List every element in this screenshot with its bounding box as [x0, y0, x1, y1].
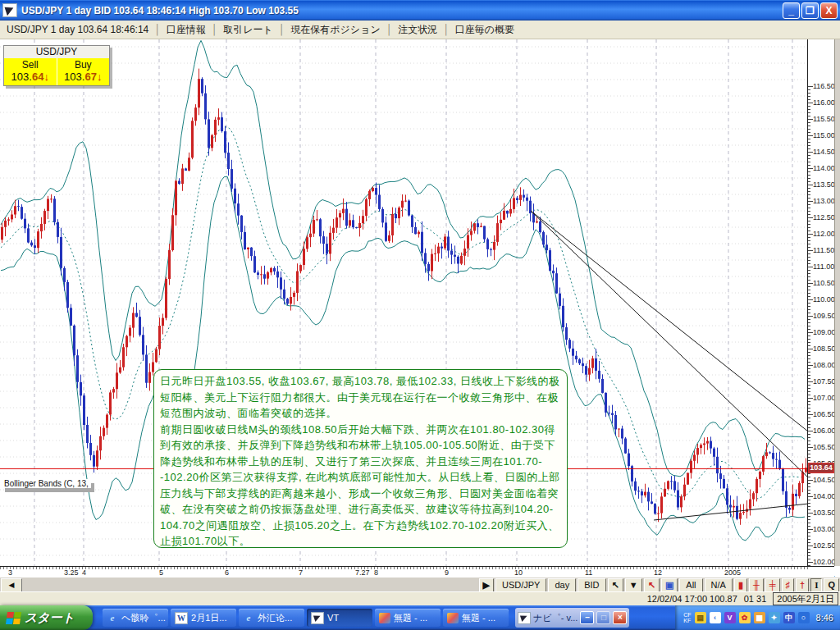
zoom-tool-button[interactable]: ↖ — [644, 578, 660, 592]
crosshair-tool-button[interactable]: I — [810, 578, 822, 592]
navi-close-button[interactable]: × — [613, 611, 627, 624]
price-axis-tick — [808, 401, 810, 402]
range-all-button[interactable]: All — [679, 578, 702, 592]
price-axis-tick — [808, 444, 810, 445]
price-axis-tick — [808, 490, 810, 491]
price-axis-tick — [808, 211, 810, 212]
bar-type-button[interactable]: ╫ — [749, 578, 764, 592]
price-axis-tick — [808, 539, 810, 540]
navi-mini-window[interactable]: ナビ゜- v... – □ × — [515, 608, 629, 628]
price-axis-tick — [808, 290, 810, 290]
task-button-1[interactable]: W2月1日... — [171, 609, 236, 627]
price-axis-tick — [808, 286, 810, 287]
ime-language-icon[interactable]: 中 — [783, 612, 795, 623]
scroll-forward-button[interactable]: ▶ — [479, 578, 494, 592]
note-icon[interactable]: ▤ — [695, 612, 706, 623]
price-side-button[interactable]: BID — [578, 578, 605, 592]
time-axis-label: 2005 — [724, 568, 741, 577]
indicator-label[interactable]: Bollinger Bands (C, 13, — [2, 479, 91, 488]
menu-item-4[interactable]: 口座毎の概要 — [454, 23, 516, 36]
price-axis-tick — [808, 247, 810, 248]
price-axis-label: 105.50 — [813, 443, 836, 451]
app-icon — [379, 613, 390, 623]
price-axis-tick — [808, 283, 813, 284]
price-axis-tick — [808, 414, 813, 415]
price-axis-tick — [808, 267, 813, 267]
task-button-0[interactable]: eヘ骸聆゜... — [103, 609, 168, 627]
price-axis-label: 106.50 — [813, 410, 836, 418]
price-axis-tick — [808, 441, 810, 441]
menu-item-2[interactable]: 現在保有ポジション — [289, 23, 381, 36]
price-axis-tick — [808, 345, 810, 346]
price-axis-tick — [808, 513, 813, 514]
price-axis-label: 113.00 — [813, 197, 835, 205]
price-axis-label: 114.00 — [813, 164, 835, 172]
task-button-3[interactable]: VT — [307, 609, 372, 627]
title-bar: USD/JPY 1 day BID 103.64 18:46:14 High 1… — [0, 0, 840, 21]
maximize-button[interactable]: ❐ — [801, 2, 819, 19]
hlc-type-button[interactable]: ╪ — [765, 578, 780, 592]
update-icon[interactable]: ▦ — [754, 612, 765, 623]
cursor-dropdown-button[interactable]: ▼ — [625, 578, 642, 592]
price-axis-tick — [808, 293, 810, 294]
mark-type-button[interactable]: † — [796, 578, 809, 592]
start-button[interactable]: スタート — [0, 605, 93, 630]
price-axis-tick — [808, 155, 810, 156]
price-axis-tick — [808, 516, 810, 517]
internet-explorer-icon: e — [243, 613, 254, 623]
price-axis-tick — [808, 119, 813, 120]
task-button-5[interactable]: 無題 - ... — [443, 609, 509, 627]
sell-quote-button[interactable]: Sell 103.64↓ — [4, 58, 57, 85]
price-axis-tick — [808, 398, 813, 399]
task-button-4[interactable]: 無題 - ... — [375, 609, 441, 627]
price-axis-tick — [808, 559, 810, 559]
start-label: スタート — [25, 610, 75, 626]
price-axis-tick — [808, 526, 810, 527]
price-axis-tick — [808, 355, 810, 356]
cursor-tool-button[interactable]: ↖ — [608, 578, 623, 592]
price-axis-tick — [808, 89, 810, 90]
time-axis-label: 5 — [159, 568, 163, 577]
symbol-button[interactable]: USD/JPY — [495, 578, 546, 592]
antivirus-shield-icon[interactable]: V — [724, 612, 736, 623]
layout-tool-button[interactable]: ▣ — [661, 578, 678, 592]
quote-window-button[interactable]: Q — [824, 578, 839, 592]
messenger-ball-icon[interactable]: ✿ — [739, 612, 751, 623]
price-axis-label: 112.50 — [813, 213, 835, 221]
users-icon[interactable]: ✦ — [769, 612, 780, 623]
sell-arrow-down-icon: ↓ — [43, 71, 49, 83]
price-axis-tick — [808, 122, 810, 123]
trading-app-screen: USD/JPY 1 day BID 103.64 18:46:14 High 1… — [0, 0, 840, 630]
price-axis-tick — [808, 362, 810, 363]
price-axis-tick — [808, 145, 810, 146]
price-axis-label: 104.50 — [813, 476, 836, 484]
time-axis-label: 7.27 — [355, 568, 370, 577]
navi-minimize-button[interactable]: – — [580, 611, 594, 624]
price-axis-tick — [808, 536, 810, 536]
price-axis-tick — [808, 198, 810, 199]
minimize-button[interactable]: _ — [783, 2, 800, 19]
period-button[interactable]: day — [548, 578, 576, 592]
menu-item-1[interactable]: 取引レート — [221, 23, 275, 36]
horizontal-scrollbar[interactable]: ◀ ▶USD/JPYdayBID↖▼↖▣AllN/A▮╫╪♯†IQ — [0, 577, 840, 591]
price-axis-tick — [808, 352, 810, 353]
price-axis-tick — [808, 135, 813, 136]
candlestick-type-button[interactable]: ▮ — [734, 578, 747, 592]
price-axis-tick — [808, 349, 813, 349]
na-button[interactable]: N/A — [705, 578, 733, 592]
price-axis-tick — [808, 457, 810, 458]
time-axis-label: 4 — [82, 568, 86, 577]
menu-item-0[interactable]: 口座情報 — [165, 23, 208, 36]
menu-item-3[interactable]: 注文状況 — [396, 23, 439, 36]
task-button-2[interactable]: e外汇论... — [239, 609, 304, 627]
buy-quote-button[interactable]: Buy 103.67↓ — [57, 58, 110, 85]
tray-collapse-icon[interactable]: ‹ — [710, 612, 721, 623]
price-axis-tick — [808, 214, 810, 215]
price-axis-tick — [808, 165, 810, 166]
grid-type-button[interactable]: ♯ — [782, 578, 795, 592]
price-axis-tick — [808, 86, 813, 87]
price-axis-tick — [808, 116, 810, 116]
magnifier-icon[interactable]: ○ — [798, 612, 810, 623]
close-button[interactable]: X — [820, 2, 838, 19]
annotation-paragraph-1: 日元昨日开盘103.55, 收盘103.67, 最高103.78, 最低102.… — [160, 373, 561, 422]
